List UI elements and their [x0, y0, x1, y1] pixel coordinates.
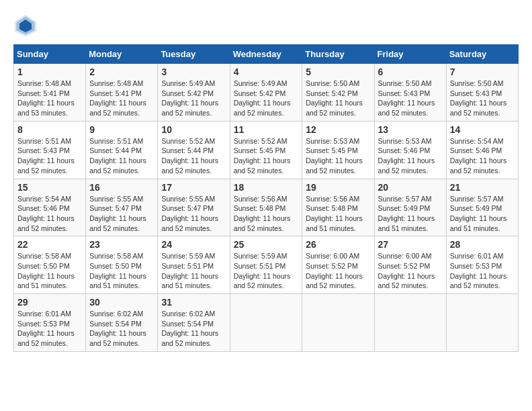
col-header-saturday: Saturday [446, 45, 518, 64]
day-info: Sunrise: 5:48 AM Sunset: 5:41 PM Dayligh… [89, 79, 154, 118]
day-number: 8 [17, 124, 82, 135]
day-number: 29 [17, 297, 82, 308]
day-number: 26 [306, 239, 370, 250]
day-cell: 20 Sunrise: 5:57 AM Sunset: 5:49 PM Dayl… [374, 179, 446, 236]
day-cell: 14 Sunrise: 5:54 AM Sunset: 5:46 PM Dayl… [446, 121, 518, 179]
day-cell: 4 Sunrise: 5:49 AM Sunset: 5:42 PM Dayli… [230, 64, 302, 122]
day-cell: 10 Sunrise: 5:52 AM Sunset: 5:44 PM Dayl… [158, 121, 230, 179]
col-header-tuesday: Tuesday [158, 45, 230, 64]
day-cell: 17 Sunrise: 5:55 AM Sunset: 5:47 PM Dayl… [158, 179, 230, 236]
day-info: Sunrise: 5:55 AM Sunset: 5:47 PM Dayligh… [161, 194, 226, 234]
day-info: Sunrise: 5:53 AM Sunset: 5:46 PM Dayligh… [378, 136, 443, 176]
day-info: Sunrise: 5:53 AM Sunset: 5:45 PM Dayligh… [306, 136, 370, 176]
day-cell: 18 Sunrise: 5:56 AM Sunset: 5:48 PM Dayl… [230, 179, 302, 236]
day-cell: 13 Sunrise: 5:53 AM Sunset: 5:46 PM Dayl… [374, 121, 446, 179]
day-number: 17 [161, 182, 226, 193]
week-row-2: 8 Sunrise: 5:51 AM Sunset: 5:43 PM Dayli… [14, 121, 519, 179]
day-info: Sunrise: 5:56 AM Sunset: 5:48 PM Dayligh… [234, 194, 299, 234]
day-cell [230, 294, 302, 352]
day-number: 19 [306, 182, 370, 193]
day-info: Sunrise: 5:59 AM Sunset: 5:51 PM Dayligh… [234, 251, 299, 291]
day-cell [446, 294, 518, 352]
day-number: 31 [161, 297, 226, 308]
day-number: 16 [89, 182, 154, 193]
day-number: 4 [234, 66, 299, 77]
day-info: Sunrise: 5:50 AM Sunset: 5:43 PM Dayligh… [378, 79, 443, 118]
day-cell: 25 Sunrise: 5:59 AM Sunset: 5:51 PM Dayl… [230, 236, 302, 294]
col-header-friday: Friday [374, 45, 446, 64]
day-cell: 19 Sunrise: 5:56 AM Sunset: 5:48 PM Dayl… [302, 179, 374, 236]
logo-icon [13, 13, 38, 38]
day-cell: 23 Sunrise: 5:58 AM Sunset: 5:50 PM Dayl… [86, 236, 158, 294]
day-info: Sunrise: 6:00 AM Sunset: 5:52 PM Dayligh… [378, 251, 443, 291]
day-info: Sunrise: 5:57 AM Sunset: 5:49 PM Dayligh… [378, 194, 443, 234]
week-row-4: 22 Sunrise: 5:58 AM Sunset: 5:50 PM Dayl… [14, 236, 519, 294]
day-info: Sunrise: 5:50 AM Sunset: 5:42 PM Dayligh… [306, 79, 370, 118]
day-info: Sunrise: 5:49 AM Sunset: 5:42 PM Dayligh… [161, 79, 226, 118]
day-number: 24 [161, 239, 226, 250]
day-info: Sunrise: 6:02 AM Sunset: 5:54 PM Dayligh… [89, 309, 154, 349]
day-cell: 29 Sunrise: 6:01 AM Sunset: 5:53 PM Dayl… [14, 294, 86, 352]
day-cell: 8 Sunrise: 5:51 AM Sunset: 5:43 PM Dayli… [14, 121, 86, 179]
col-header-sunday: Sunday [14, 45, 86, 64]
day-number: 7 [450, 66, 515, 77]
day-cell: 22 Sunrise: 5:58 AM Sunset: 5:50 PM Dayl… [14, 236, 86, 294]
day-info: Sunrise: 5:54 AM Sunset: 5:46 PM Dayligh… [17, 194, 82, 234]
day-cell: 31 Sunrise: 6:02 AM Sunset: 5:54 PM Dayl… [158, 294, 230, 352]
day-info: Sunrise: 5:59 AM Sunset: 5:51 PM Dayligh… [161, 251, 226, 291]
day-number: 21 [450, 182, 515, 193]
day-cell: 26 Sunrise: 6:00 AM Sunset: 5:52 PM Dayl… [302, 236, 374, 294]
day-number: 13 [378, 124, 443, 135]
day-number: 12 [306, 124, 370, 135]
day-info: Sunrise: 5:50 AM Sunset: 5:43 PM Dayligh… [450, 79, 515, 118]
header [13, 13, 519, 38]
day-number: 28 [450, 239, 515, 250]
day-number: 27 [378, 239, 443, 250]
day-number: 2 [89, 66, 154, 77]
day-info: Sunrise: 6:01 AM Sunset: 5:53 PM Dayligh… [17, 309, 82, 349]
day-cell: 15 Sunrise: 5:54 AM Sunset: 5:46 PM Dayl… [14, 179, 86, 236]
day-number: 5 [306, 66, 370, 77]
day-cell: 11 Sunrise: 5:52 AM Sunset: 5:45 PM Dayl… [230, 121, 302, 179]
week-row-3: 15 Sunrise: 5:54 AM Sunset: 5:46 PM Dayl… [14, 179, 519, 236]
col-header-monday: Monday [86, 45, 158, 64]
day-cell: 1 Sunrise: 5:48 AM Sunset: 5:41 PM Dayli… [14, 64, 86, 122]
day-cell: 21 Sunrise: 5:57 AM Sunset: 5:49 PM Dayl… [446, 179, 518, 236]
day-info: Sunrise: 6:02 AM Sunset: 5:54 PM Dayligh… [161, 309, 226, 349]
day-number: 18 [234, 182, 299, 193]
day-info: Sunrise: 5:49 AM Sunset: 5:42 PM Dayligh… [234, 79, 299, 118]
day-cell: 3 Sunrise: 5:49 AM Sunset: 5:42 PM Dayli… [158, 64, 230, 122]
day-cell: 16 Sunrise: 5:55 AM Sunset: 5:47 PM Dayl… [86, 179, 158, 236]
day-info: Sunrise: 5:54 AM Sunset: 5:46 PM Dayligh… [450, 136, 515, 176]
day-number: 30 [89, 297, 154, 308]
day-number: 15 [17, 182, 82, 193]
header-row: SundayMondayTuesdayWednesdayThursdayFrid… [14, 45, 519, 64]
day-cell: 27 Sunrise: 6:00 AM Sunset: 5:52 PM Dayl… [374, 236, 446, 294]
day-info: Sunrise: 5:51 AM Sunset: 5:44 PM Dayligh… [89, 136, 154, 176]
day-info: Sunrise: 5:58 AM Sunset: 5:50 PM Dayligh… [17, 251, 82, 291]
day-cell: 7 Sunrise: 5:50 AM Sunset: 5:43 PM Dayli… [446, 64, 518, 122]
day-info: Sunrise: 6:00 AM Sunset: 5:52 PM Dayligh… [306, 251, 370, 291]
col-header-wednesday: Wednesday [230, 45, 302, 64]
calendar-table: SundayMondayTuesdayWednesdayThursdayFrid… [13, 44, 519, 352]
day-info: Sunrise: 5:58 AM Sunset: 5:50 PM Dayligh… [89, 251, 154, 291]
day-cell: 9 Sunrise: 5:51 AM Sunset: 5:44 PM Dayli… [86, 121, 158, 179]
day-info: Sunrise: 5:55 AM Sunset: 5:47 PM Dayligh… [89, 194, 154, 234]
day-cell: 6 Sunrise: 5:50 AM Sunset: 5:43 PM Dayli… [374, 64, 446, 122]
day-cell: 2 Sunrise: 5:48 AM Sunset: 5:41 PM Dayli… [86, 64, 158, 122]
day-number: 6 [378, 66, 443, 77]
day-info: Sunrise: 5:51 AM Sunset: 5:43 PM Dayligh… [17, 136, 82, 176]
day-number: 3 [161, 66, 226, 77]
day-info: Sunrise: 5:48 AM Sunset: 5:41 PM Dayligh… [17, 79, 82, 118]
day-number: 23 [89, 239, 154, 250]
week-row-1: 1 Sunrise: 5:48 AM Sunset: 5:41 PM Dayli… [14, 64, 519, 122]
day-cell: 12 Sunrise: 5:53 AM Sunset: 5:45 PM Dayl… [302, 121, 374, 179]
day-number: 25 [234, 239, 299, 250]
day-cell: 24 Sunrise: 5:59 AM Sunset: 5:51 PM Dayl… [158, 236, 230, 294]
day-info: Sunrise: 6:01 AM Sunset: 5:53 PM Dayligh… [450, 251, 515, 291]
day-cell [302, 294, 374, 352]
week-row-5: 29 Sunrise: 6:01 AM Sunset: 5:53 PM Dayl… [14, 294, 519, 352]
day-cell: 28 Sunrise: 6:01 AM Sunset: 5:53 PM Dayl… [446, 236, 518, 294]
day-number: 10 [161, 124, 226, 135]
day-info: Sunrise: 5:56 AM Sunset: 5:48 PM Dayligh… [306, 194, 370, 234]
